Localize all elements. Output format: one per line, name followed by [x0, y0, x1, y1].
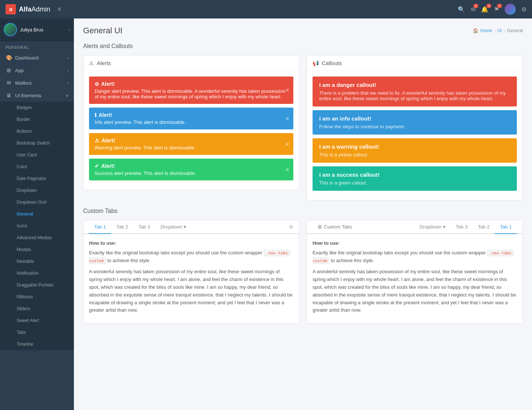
callouts-panel: 📢 Callouts I am a danger callout! There …	[307, 55, 523, 200]
breadcrumb-home[interactable]: Home	[480, 28, 492, 33]
alerts-panel-col: ⚠ Alerts ⊘ Alert! Danger alert preview. …	[83, 55, 299, 200]
alert-success-title: ✔ Alert!	[95, 163, 288, 169]
sidebar-item-dashboard[interactable]: 🎨 Dashboard ›	[0, 51, 74, 64]
sidebar-avatar	[4, 23, 17, 36]
sidebar-section-personal: PERSONAL	[0, 41, 74, 51]
sidebar-item-ui-elements[interactable]: 🖥 UI Elements ∨	[0, 89, 74, 102]
sidebar-item-mailbox[interactable]: ✉ Mailbox ›	[0, 77, 74, 89]
submenu-sweet-alert[interactable]: Sweet Alert	[0, 315, 74, 326]
submenu-notification[interactable]: Notification	[0, 267, 74, 279]
sidebar-item-label-ui: UI Elements	[15, 93, 41, 98]
submenu-badges[interactable]: Badges	[0, 102, 74, 113]
callout-danger-title: I am a danger callout!	[319, 82, 510, 88]
submenu-timeline[interactable]: Timeline	[0, 338, 74, 350]
submenu-dropdown-grid[interactable]: Dropdown Grid	[0, 196, 74, 208]
submenu-draggable-portlets[interactable]: Draggable Portlets	[0, 279, 74, 291]
submenu-tabs[interactable]: Tabs	[0, 326, 74, 338]
callouts-header-icon: 📢	[313, 60, 319, 66]
user-avatar[interactable]	[505, 4, 516, 15]
navbar-toggle-button[interactable]: ≡	[58, 6, 61, 13]
alert-warning-text: Warning alert preview. This alert is dis…	[95, 145, 288, 150]
submenu-color[interactable]: Color	[0, 161, 74, 173]
alert-danger: ⊘ Alert! Danger alert preview. This aler…	[89, 77, 293, 104]
breadcrumb-home-icon: 🏠	[473, 28, 478, 33]
how-to-label-left: How to use:	[89, 240, 293, 247]
sidebar-user[interactable]: Juliya Brus ›	[0, 18, 74, 41]
tab-left-settings-icon[interactable]: ⚙	[289, 224, 293, 230]
callout-warning: I am a warning callout! This is a yellow…	[313, 138, 517, 163]
submenu-dropdown[interactable]: Dropdown	[0, 184, 74, 196]
callout-danger-text: There is a problem that we need to fix. …	[319, 90, 510, 101]
brand-text: AlfaAdmin	[19, 6, 50, 13]
callout-warning-title: I am a warning callout!	[319, 143, 510, 150]
ui-elements-submenu: Badges Border Buttons Bootstrap Switch U…	[0, 102, 74, 350]
sidebar-item-label-dashboard: Dashboard	[15, 55, 39, 61]
alert-success-text: Success alert preview. This alert is dis…	[95, 170, 288, 176]
brand-icon: α	[6, 4, 16, 14]
tab-left-1[interactable]: Tab 1	[89, 220, 111, 234]
submenu-ribbons[interactable]: Ribbons	[0, 291, 74, 303]
settings-icon[interactable]: ⚙	[521, 6, 526, 13]
callout-success: I am a success callout! This is a green …	[313, 166, 517, 191]
alerts-panel-title: Alerts	[97, 60, 111, 66]
tab-left-2[interactable]: Tab 2	[111, 220, 133, 234]
submenu-border[interactable]: Border	[0, 113, 74, 125]
search-icon[interactable]: 🔍	[458, 6, 465, 13]
breadcrumb-ui[interactable]: UI	[497, 28, 502, 33]
callout-info-title: I am an info callout!	[319, 115, 510, 122]
alert-info-close[interactable]: ✕	[285, 116, 290, 122]
alert-info: ℹ Alert! Info alert preview. This alert …	[89, 108, 293, 129]
alert-danger-close[interactable]: ✕	[285, 87, 290, 93]
submenu-sliders[interactable]: Sliders	[0, 303, 74, 315]
tab-left-3[interactable]: Tab 3	[133, 220, 156, 234]
submenu-user-card[interactable]: User Card	[0, 149, 74, 161]
submenu-buttons[interactable]: Buttons	[0, 125, 74, 137]
tab-right-2[interactable]: Tab 2	[473, 220, 495, 234]
alert-success-close[interactable]: ✕	[285, 167, 290, 173]
sidebar-user-arrow-icon: ›	[69, 27, 70, 32]
submenu-nestable[interactable]: Nestable	[0, 255, 74, 267]
mailbox-icon: ✉	[6, 80, 12, 86]
submenu-advanced-medias[interactable]: Advanced Medias	[0, 232, 74, 244]
submenu-date-paginator[interactable]: Date Paginator	[0, 173, 74, 184]
brand: α AlfaAdmin	[6, 4, 50, 14]
how-to-line1-left: Exactly like the original bootstrap tabs…	[89, 249, 293, 265]
tabs-left-nav: Tab 1 Tab 2 Tab 3 Dropdown ▾ ⚙	[83, 220, 299, 234]
tab-right-3[interactable]: Tab 3	[451, 220, 473, 234]
submenu-modals[interactable]: Modals	[0, 244, 74, 255]
tabs-right-content: How to use: Exactly like the original bo…	[307, 234, 522, 323]
sidebar-item-label-app: App	[15, 68, 24, 73]
callout-success-text: This is a green callout.	[319, 180, 510, 186]
app-icon: ⊞	[6, 67, 12, 73]
breadcrumb-sep1: ›	[494, 28, 495, 33]
bell-icon[interactable]: 🔔 3	[481, 6, 488, 13]
ui-elements-arrow-icon: ∨	[66, 94, 68, 98]
tabs-right-nav: ⊞ Custom Tabs Dropdown ▾ Tab 3 Tab 2 Tab…	[307, 220, 522, 234]
submenu-icons[interactable]: Icons	[0, 220, 74, 232]
tab-left-dropdown[interactable]: Dropdown ▾	[155, 220, 191, 234]
alerts-panel-header: ⚠ Alerts	[83, 55, 299, 71]
breadcrumb: 🏠 Home › UI › General	[473, 28, 523, 33]
custom-tabs-icon-label: ⊞ Custom Tabs	[313, 220, 357, 233]
submenu-bootstrap-switch[interactable]: Bootstrap Switch	[0, 137, 74, 149]
custom-tabs-grid-icon: ⊞	[318, 224, 322, 230]
tab-right-dropdown[interactable]: Dropdown ▾	[415, 220, 451, 234]
email-icon[interactable]: ✉ 5	[471, 6, 475, 13]
tabs-left-content: How to use: Exactly like the original bo…	[83, 234, 299, 323]
email-badge: 5	[473, 4, 478, 8]
tabs-left-col: Tab 1 Tab 2 Tab 3 Dropdown ▾ ⚙ How to us…	[83, 220, 299, 324]
sidebar-item-app[interactable]: ⊞ App ›	[0, 64, 74, 77]
alert-warning-close[interactable]: ✕	[285, 141, 290, 147]
callout-danger: I am a danger callout! There is a proble…	[313, 77, 517, 106]
alerts-header-icon: ⚠	[89, 60, 94, 66]
bell-badge: 3	[486, 4, 491, 8]
submenu-general[interactable]: General	[0, 208, 74, 220]
callouts-panel-title: Callouts	[322, 60, 342, 66]
ui-elements-icon: 🖥	[6, 92, 12, 98]
top-navbar: α AlfaAdmin ≡ 🔍 ✉ 5 🔔 3 ⚑ 2 ⚙	[0, 0, 532, 18]
flag-badge: 2	[497, 4, 502, 8]
tab-right-1[interactable]: Tab 1	[495, 220, 517, 234]
callouts-panel-body: I am a danger callout! There is a proble…	[307, 71, 522, 200]
alerts-panel: ⚠ Alerts ⊘ Alert! Danger alert preview. …	[83, 55, 299, 190]
flag-icon[interactable]: ⚑ 2	[494, 6, 499, 13]
